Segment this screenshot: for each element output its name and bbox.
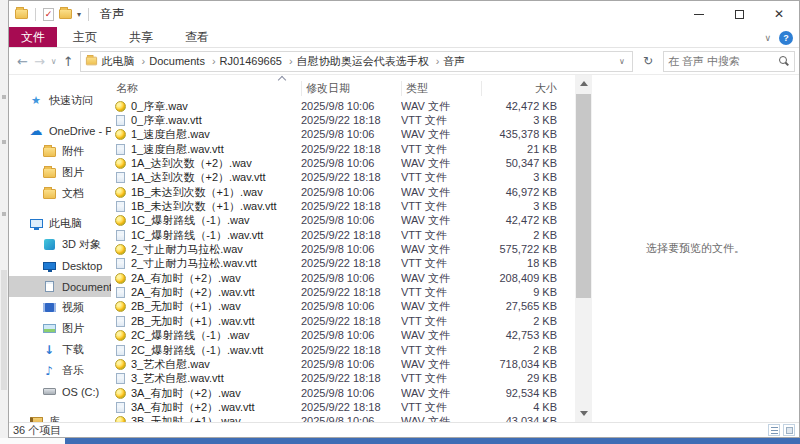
file-row[interactable]: 3A_有加时（+2）.wav.vtt 2025/9/22 18:18 VTT 文… — [111, 400, 575, 414]
file-row[interactable]: 0_序章.wav.vtt 2025/9/22 18:18 VTT 文件 3 KB — [111, 113, 575, 127]
file-size: 208,409 KB — [481, 273, 567, 284]
scroll-up-icon[interactable] — [575, 75, 592, 92]
tab-file[interactable]: 文件 — [9, 27, 57, 47]
back-button[interactable]: ← — [17, 55, 28, 68]
sidebar-item[interactable]: 视频 — [9, 297, 111, 318]
breadcrumb: 此电脑DocumentsRJ01469665自慰协助奥运会代表选手权音声 — [100, 54, 615, 69]
refresh-icon[interactable]: ↻ — [639, 54, 657, 68]
wav-icon — [115, 187, 126, 198]
file-name: 1B_未达到次数（+1）.wav — [131, 187, 263, 198]
sidebar-item[interactable]: 音乐 — [9, 360, 111, 381]
ribbon-tab[interactable]: 主页 — [57, 27, 113, 47]
sidebar-item[interactable]: 图片 — [9, 318, 111, 339]
ribbon-tab[interactable]: 查看 — [169, 27, 225, 47]
search-input[interactable] — [668, 55, 779, 67]
ribbon-collapse-icon[interactable]: ∨ — [764, 33, 771, 43]
sidebar-item[interactable]: 文档 — [9, 183, 111, 204]
vtt-icon — [116, 230, 125, 241]
properties-icon[interactable]: ✓ — [43, 8, 54, 21]
file-row[interactable]: 2A_有加时（+2）.wav 2025/9/8 10:06 WAV 文件 208… — [111, 271, 575, 285]
file-size: 27,565 KB — [481, 301, 567, 312]
file-row[interactable]: 0_序章.wav 2025/9/8 10:06 WAV 文件 42,472 KB — [111, 99, 575, 113]
file-type: VTT 文件 — [401, 287, 481, 298]
file-row[interactable]: 1C_爆射路线（-1）.wav 2025/9/8 10:06 WAV 文件 42… — [111, 214, 575, 228]
file-row[interactable]: 1C_爆射路线（-1）.wav.vtt 2025/9/22 18:18 VTT … — [111, 228, 575, 242]
breadcrumb-item[interactable]: RJ01469665 — [218, 55, 295, 67]
large-icons-view-icon[interactable] — [783, 424, 795, 436]
sidebar-item[interactable]: 快速访问 — [9, 90, 111, 111]
sidebar-item-label: Desktop — [62, 260, 102, 272]
forward-button[interactable]: → — [34, 55, 45, 68]
file-row[interactable]: 2C_爆射路线（-1）.wav 2025/9/8 10:06 WAV 文件 42… — [111, 329, 575, 343]
scrollbar-thumb[interactable] — [576, 94, 591, 298]
file-row[interactable]: 1_速度自慰.wav.vtt 2025/9/22 18:18 VTT 文件 21… — [111, 142, 575, 156]
breadcrumb-item[interactable]: 此电脑 — [100, 54, 148, 69]
file-row[interactable]: 2B_无加时（+1）.wav 2025/9/8 10:06 WAV 文件 27,… — [111, 300, 575, 314]
details-view-icon[interactable] — [768, 424, 780, 436]
file-row[interactable]: 3B_无加时（+1）.wav 2025/9/8 10:06 WAV 文件 43,… — [111, 415, 575, 422]
background-window-strip — [0, 0, 8, 438]
file-row[interactable]: 2C_爆射路线（-1）.wav.vtt 2025/9/22 18:18 VTT … — [111, 343, 575, 357]
breadcrumb-item[interactable]: 自慰协助奥运会代表选手权 — [295, 54, 442, 69]
column-header[interactable]: 修改日期 — [301, 81, 401, 96]
separator — [88, 8, 89, 21]
file-row[interactable]: 1B_未达到次数（+1）.wav.vtt 2025/9/22 18:18 VTT… — [111, 199, 575, 213]
file-row[interactable]: 1_速度自慰.wav 2025/9/8 10:06 WAV 文件 435,378… — [111, 128, 575, 142]
file-row[interactable]: 2A_有加时（+2）.wav.vtt 2025/9/22 18:18 VTT 文… — [111, 285, 575, 299]
sidebar-item[interactable]: Documents — [9, 276, 111, 297]
ribbon-tab[interactable]: 共享 — [113, 27, 169, 47]
vertical-scrollbar[interactable] — [575, 75, 592, 422]
breadcrumb-item[interactable]: 音声 — [441, 54, 467, 69]
window-title: 音声 — [100, 6, 124, 23]
file-size: 50,347 KB — [481, 158, 567, 169]
close-button[interactable]: ✕ — [759, 1, 799, 27]
column-header[interactable]: 名称 — [111, 81, 301, 96]
up-button[interactable]: ↑ — [63, 55, 74, 68]
recent-locations-icon[interactable]: ∨ — [51, 57, 57, 66]
main-area: 快速访问 OneDrive - Pers 附件 图片 — [9, 75, 799, 422]
search-icon[interactable] — [779, 56, 790, 67]
ribbon-tabs: 文件 主页共享查看 ∨ ? — [9, 27, 799, 48]
sidebar-item-label: 视频 — [62, 300, 84, 315]
qat-dropdown-icon[interactable]: ▾ — [77, 10, 81, 19]
help-icon[interactable]: ? — [779, 31, 793, 45]
file-row[interactable]: 3A_有加时（+2）.wav 2025/9/8 10:06 WAV 文件 92,… — [111, 386, 575, 400]
sidebar-item[interactable]: 下载 — [9, 339, 111, 360]
wav-icon — [115, 101, 126, 112]
file-name: 1C_爆射路线（-1）.wav — [131, 215, 250, 226]
file-type: VTT 文件 — [401, 115, 481, 126]
file-row[interactable]: 1B_未达到次数（+1）.wav 2025/9/8 10:06 WAV 文件 4… — [111, 185, 575, 199]
address-box[interactable]: 此电脑DocumentsRJ01469665自慰协助奥运会代表选手权音声 ∨ — [80, 51, 633, 72]
file-date-modified: 2025/9/8 10:06 — [301, 129, 401, 140]
file-size: 2 KB — [481, 316, 567, 327]
sidebar-item[interactable]: 3D 对象 — [9, 234, 111, 255]
file-name: 1B_未达到次数（+1）.wav.vtt — [131, 201, 277, 212]
file-row[interactable]: 2_寸止耐力马拉松.wav.vtt 2025/9/22 18:18 VTT 文件… — [111, 257, 575, 271]
file-name: 0_序章.wav.vtt — [131, 115, 202, 126]
scroll-down-icon[interactable] — [575, 405, 592, 422]
sidebar-item[interactable]: 图片 — [9, 162, 111, 183]
file-row[interactable]: 2_寸止耐力马拉松.wav 2025/9/8 10:06 WAV 文件 575,… — [111, 242, 575, 256]
sidebar-item[interactable]: 库 — [9, 411, 111, 422]
sidebar-item[interactable]: Desktop — [9, 255, 111, 276]
file-row[interactable]: 2B_无加时（+1）.wav.vtt 2025/9/22 18:18 VTT 文… — [111, 314, 575, 328]
preview-empty-text: 选择要预览的文件。 — [646, 241, 745, 256]
address-dropdown-icon[interactable]: ∨ — [616, 57, 628, 66]
new-folder-icon[interactable] — [59, 9, 72, 19]
sidebar-item[interactable]: OneDrive - Pers — [9, 120, 111, 141]
sidebar-item-label: 下载 — [62, 342, 84, 357]
sidebar-item[interactable]: 此电脑 — [9, 213, 111, 234]
sidebar-item-label: 音乐 — [62, 363, 84, 378]
column-header[interactable]: 大小 — [481, 81, 567, 96]
file-row[interactable]: 3_艺术自慰.wav 2025/9/8 10:06 WAV 文件 718,034… — [111, 357, 575, 371]
file-row[interactable]: 1A_达到次数（+2）.wav.vtt 2025/9/22 18:18 VTT … — [111, 171, 575, 185]
sidebar-item[interactable]: OS (C:) — [9, 381, 111, 402]
column-header[interactable]: 类型 — [401, 81, 481, 96]
file-row[interactable]: 3_艺术自慰.wav.vtt 2025/9/22 18:18 VTT 文件 29… — [111, 372, 575, 386]
sidebar-item[interactable]: 附件 — [9, 141, 111, 162]
file-row[interactable]: 1A_达到次数（+2）.wav 2025/9/8 10:06 WAV 文件 50… — [111, 156, 575, 170]
maximize-button[interactable] — [719, 1, 759, 27]
breadcrumb-item[interactable]: Documents — [147, 55, 217, 67]
minimize-button[interactable] — [679, 1, 719, 27]
sidebar-item-label: 附件 — [62, 144, 84, 159]
